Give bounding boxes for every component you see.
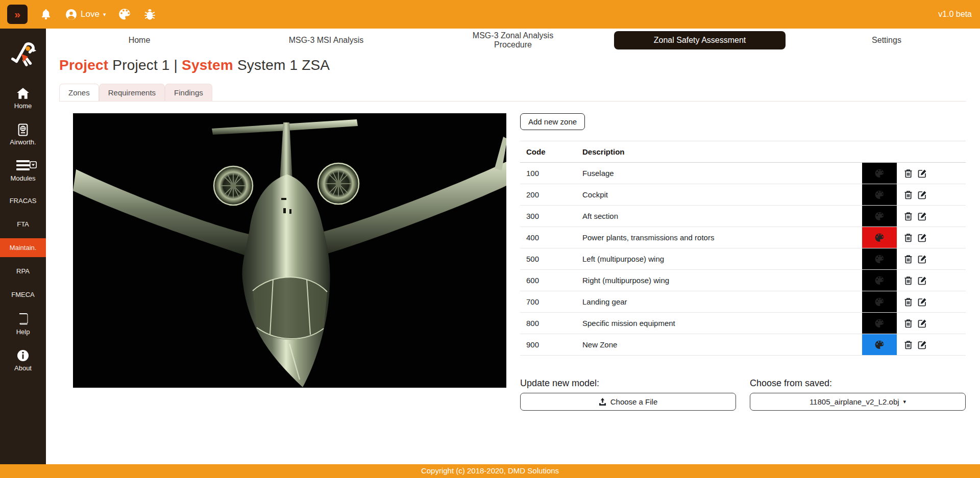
sidebar-item-about[interactable]: About [0,345,46,376]
sidebar-item-label: FMECA [0,291,46,298]
zone-color-swatch[interactable] [862,313,897,334]
zone-color-swatch[interactable] [862,184,897,205]
delete-zone-button[interactable] [904,233,913,242]
airplane-3d-model [73,113,506,388]
zone-code: 300 [520,206,576,227]
zone-color-swatch[interactable] [862,291,897,312]
upload-icon [599,398,606,406]
choose-file-button[interactable]: Choose a File [520,393,736,411]
sidebar-collapse-button[interactable]: » [7,5,28,24]
bug-icon[interactable] [143,8,156,21]
sidebar-item-help[interactable]: Help [0,309,46,340]
sidebar-item-label: RPA [0,267,46,275]
chevron-down-icon: ▾ [903,398,906,405]
zone-row-200: 200Cockpit [520,184,966,206]
zone-code: 900 [520,334,576,356]
info-icon [0,349,46,362]
zone-code: 700 [520,291,576,313]
sidebar-item-home[interactable]: Home [0,83,46,114]
airplane-3d-viewer[interactable] [73,113,506,388]
edit-zone-button[interactable] [918,319,927,328]
top-nav: HomeMSG-3 MSI AnalysisMSG-3 Zonal Analys… [46,29,980,52]
tab-requirements[interactable]: Requirements [99,84,165,101]
delete-zone-button[interactable] [904,340,913,349]
palette-icon[interactable] [118,8,131,21]
zone-row-300: 300Aft section [520,206,966,227]
sidebar-item-rpa[interactable]: RPA [0,262,46,281]
version-label: v1.0 beta [938,10,972,19]
zone-row-100: 100Fuselage [520,163,966,184]
bird-logo[interactable] [8,38,38,67]
book-icon [0,313,46,325]
title-separator: | [174,57,178,73]
edit-zone-button[interactable] [918,190,927,199]
add-new-zone-button[interactable]: Add new zone [520,113,585,130]
delete-zone-button[interactable] [904,169,913,178]
sidebar-item-label: Home [0,102,46,110]
topnav-item-label: Settings [832,31,941,49]
edit-zone-button[interactable] [918,340,927,349]
page-title: Project Project 1 | System System 1 ZSA [59,57,980,73]
sidebar-item-label: Modules [0,174,46,182]
sidebar-item-label: FRACAS [0,197,46,205]
zone-row-900: 900New Zone [520,334,966,356]
delete-zone-button[interactable] [904,255,913,264]
topnav-item-zonal-safety-assessment[interactable]: Zonal Safety Assessment [606,31,793,49]
edit-zone-button[interactable] [918,297,927,307]
topnav-item-label: Home [89,31,190,49]
bell-icon[interactable] [40,8,52,20]
home-icon [0,87,46,99]
sidebar-item-fracas[interactable]: FRACAS [0,191,46,210]
sidebar-item-fta[interactable]: FTA [0,215,46,234]
zone-color-swatch[interactable] [862,163,897,184]
edit-zone-button[interactable] [918,233,927,242]
zone-color-swatch[interactable] [862,270,897,291]
zone-row-700: 700Landing gear [520,291,966,313]
user-menu[interactable]: Love ▾ [65,9,106,20]
sidebar-item-fmeca[interactable]: FMECA [0,285,46,304]
topnav-item-home[interactable]: Home [46,31,233,49]
modules-toggle-icon[interactable] [30,161,37,170]
edit-zone-button[interactable] [918,169,927,178]
column-header-code: Code [520,141,576,163]
zone-code: 400 [520,227,576,248]
topnav-item-msg-3-zonal-analysis-procedure[interactable]: MSG-3 Zonal Analysis Procedure [420,27,606,54]
sidebar-item-label: Airworth. [0,138,46,146]
zone-description: Left (multipurpose) wing [576,248,862,270]
tab-findings[interactable]: Findings [165,84,212,101]
zone-color-swatch[interactable] [862,227,897,248]
footer: Copyright (c) 2018-2020, DMD Solutions [0,464,980,478]
zone-code: 600 [520,270,576,291]
delete-zone-button[interactable] [904,190,913,199]
delete-zone-button[interactable] [904,212,913,221]
passport-icon [0,123,46,136]
title-keyword-system: System [182,57,233,73]
zone-description: Specific mission equipment [576,313,862,334]
sidebar-item-label: About [0,364,46,372]
topnav-item-msg-3-msi-analysis[interactable]: MSG-3 MSI Analysis [233,31,420,49]
topnav-item-settings[interactable]: Settings [793,31,980,49]
sidebar-item-airworth[interactable]: Airworth. [0,119,46,150]
saved-model-dropdown[interactable]: 11805_airplane_v2_L2.obj ▾ [750,393,966,411]
edit-zone-button[interactable] [918,276,927,285]
main-area: HomeMSG-3 MSI AnalysisMSG-3 Zonal Analys… [46,29,980,464]
topnav-item-label: MSG-3 Zonal Analysis Procedure [420,27,606,54]
sidebar-item-modules[interactable]: Modules [0,155,46,187]
edit-zone-button[interactable] [918,212,927,221]
sidebar-item-maintain[interactable]: Maintain. [0,238,46,257]
chevron-down-icon: ▾ [103,11,106,18]
delete-zone-button[interactable] [904,297,913,307]
zone-color-swatch[interactable] [862,206,897,227]
column-header-description: Description [576,141,862,163]
zone-row-600: 600Right (multipurpose) wing [520,270,966,291]
zone-color-swatch[interactable] [862,334,897,355]
tab-zones[interactable]: Zones [59,84,99,101]
top-header: » Love ▾ v1.0 beta [0,0,980,29]
delete-zone-button[interactable] [904,276,913,285]
zone-row-500: 500Left (multipurpose) wing [520,248,966,270]
delete-zone-button[interactable] [904,319,913,328]
edit-zone-button[interactable] [918,255,927,264]
topnav-item-label: Zonal Safety Assessment [614,31,786,49]
zone-code: 800 [520,313,576,334]
zone-color-swatch[interactable] [862,248,897,269]
